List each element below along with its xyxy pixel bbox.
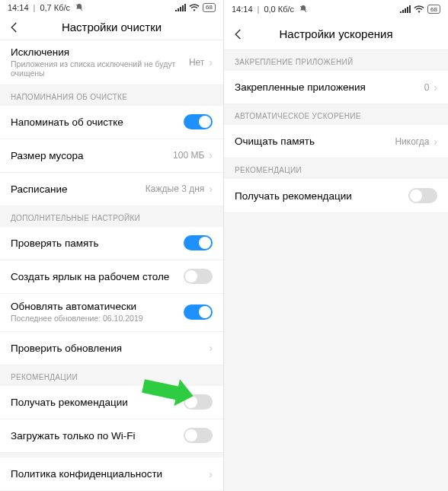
back-button[interactable] (232, 27, 250, 41)
mute-icon (75, 3, 84, 12)
header: Настройки ускорения (224, 18, 448, 50)
row-exclusions[interactable]: Исключения Приложения из списка исключен… (0, 40, 223, 85)
row-trash-size[interactable]: Размер мусора 100 МБ › (0, 139, 223, 173)
chevron-right-icon: › (209, 183, 213, 195)
battery-icon: 68 (427, 5, 440, 14)
row-pinned-apps[interactable]: Закрепленные приложения 0 › (224, 71, 448, 104)
remind-toggle[interactable] (184, 114, 213, 129)
row-privacy-policy[interactable]: Политика конфиденциальности › (0, 458, 223, 491)
shortcut-title: Создать ярлык на рабочем столе (11, 271, 169, 282)
wifi-only-title: Загружать только по Wi-Fi (11, 430, 136, 442)
mute-icon (299, 5, 308, 14)
auto-update-toggle[interactable] (184, 304, 213, 320)
row-recv-recs-right[interactable]: Получать рекомендации (224, 179, 448, 213)
row-desktop-shortcut[interactable]: Создать ярлык на рабочем столе (0, 260, 223, 294)
row-schedule[interactable]: Расписание Каждые 3 дня › (0, 173, 223, 206)
pinned-apps-value: 0 (424, 82, 430, 93)
section-reminders: НАПОМИНАНИЯ ОБ ОЧИСТКЕ (0, 85, 223, 106)
exclusions-sub: Приложения из списка исключений не будут… (11, 59, 189, 78)
row-check-updates[interactable]: Проверить обновления › (0, 332, 223, 365)
wifi-icon (189, 4, 200, 11)
status-time: 14:14 (232, 5, 253, 14)
clear-memory-title: Очищать память (235, 136, 315, 147)
section-auto-boost: АВТОМАТИЧЕСКОЕ УСКОРЕНИЕ (224, 104, 448, 125)
auto-update-sub: Последнее обновление: 06.10.2019 (11, 314, 184, 324)
recv-recs-title-left: Получать рекомендации (11, 397, 128, 408)
status-net-speed: 0,7 Кб/с (40, 3, 70, 12)
trash-size-value: 100 МБ (173, 150, 204, 161)
auto-update-title: Обновлять автоматически (11, 301, 184, 312)
trash-size-title: Размер мусора (11, 150, 84, 161)
row-check-memory[interactable]: Проверять память (0, 227, 223, 260)
section-pinned: ЗАКРЕПЛЕНИЕ ПРИЛОЖЕНИЙ (224, 50, 448, 71)
signal-icon (175, 4, 186, 11)
chevron-right-icon: › (209, 468, 213, 480)
chevron-right-icon: › (209, 342, 213, 354)
status-bar: 14:14 | 0,7 Кб/с 68 (0, 0, 223, 14)
schedule-title: Расписание (11, 183, 67, 195)
battery-icon: 68 (203, 3, 216, 12)
chevron-right-icon: › (434, 81, 437, 94)
pinned-apps-title: Закрепленные приложения (235, 81, 366, 93)
back-button[interactable] (8, 21, 26, 34)
check-memory-title: Проверять память (11, 238, 99, 249)
status-bar: 14:14 | 0,0 Кб/с 68 (224, 0, 448, 18)
chevron-right-icon: › (434, 136, 437, 148)
header: Настройки очистки (0, 14, 223, 40)
recv-recs-title-right: Получать рекомендации (235, 190, 352, 202)
section-recs-right: РЕКОМЕНДАЦИИ (224, 158, 448, 179)
page-title: Настройки ускорения (250, 27, 422, 40)
check-updates-title: Проверить обновления (11, 343, 122, 354)
page-title: Настройки очистки (26, 21, 197, 33)
privacy-title: Политика конфиденциальности (11, 468, 162, 480)
exclusions-value: Нет (189, 57, 204, 68)
wifi-icon (414, 5, 424, 13)
screen-cleanup-settings: 14:14 | 0,7 Кб/с 68 Настройки очистки Ис… (0, 0, 224, 491)
row-auto-update[interactable]: Обновлять автоматически Последнее обновл… (0, 294, 223, 332)
shortcut-toggle[interactable] (184, 269, 213, 284)
row-remind-clean[interactable]: Напоминать об очистке (0, 106, 223, 139)
chevron-right-icon: › (209, 149, 213, 161)
signal-icon (400, 5, 411, 13)
wifi-only-toggle[interactable] (184, 428, 213, 443)
screen-boost-settings: 14:14 | 0,0 Кб/с 68 Настройки ускорения … (224, 0, 448, 491)
remind-title: Напоминать об очистке (11, 116, 123, 128)
section-extra: ДОПОЛНИТЕЛЬНЫЕ НАСТРОЙКИ (0, 206, 223, 227)
exclusions-title: Исключения (11, 46, 189, 58)
chevron-right-icon: › (209, 56, 213, 69)
row-wifi-only[interactable]: Загружать только по Wi-Fi (0, 419, 223, 453)
status-time: 14:14 (8, 3, 29, 12)
schedule-value: Каждые 3 дня (146, 183, 204, 194)
row-clear-memory[interactable]: Очищать память Никогда › (224, 125, 448, 158)
status-net-speed: 0,0 Кб/с (264, 5, 294, 14)
check-memory-toggle[interactable] (184, 235, 213, 250)
clear-memory-value: Никогда (395, 136, 429, 147)
recv-recs-toggle-right[interactable] (408, 188, 437, 203)
